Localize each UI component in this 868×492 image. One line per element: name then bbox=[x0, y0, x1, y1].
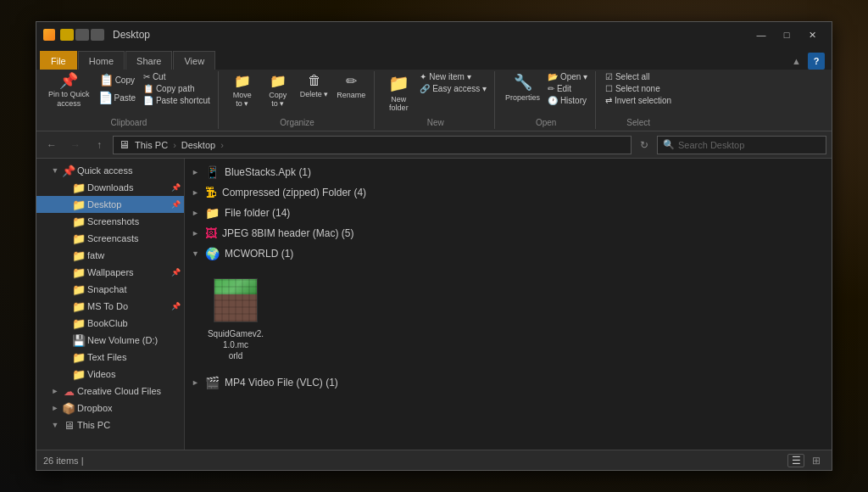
sidebar-item-downloads[interactable]: 📁 Downloads 📌 bbox=[36, 179, 184, 196]
list-item[interactable]: SquidGamev2.1.0.mcorld bbox=[202, 271, 270, 366]
ribbon-expand-btn[interactable]: ▲ bbox=[788, 54, 804, 68]
sidebar-item-mstodo[interactable]: 📁 MS To Do 📌 bbox=[36, 298, 184, 315]
fatw-icon: 📁 bbox=[72, 249, 86, 261]
thispc-arrow: ▼ bbox=[50, 420, 60, 430]
creative-cloud-arrow: ► bbox=[50, 386, 60, 396]
mstodo-pin: 📌 bbox=[171, 302, 181, 310]
mstodo-icon: 📁 bbox=[72, 300, 86, 312]
close-button[interactable]: ✕ bbox=[799, 22, 825, 48]
cut-button[interactable]: ✂ Cut bbox=[141, 71, 213, 82]
newvolume-label: New Volume (D:) bbox=[87, 335, 181, 345]
sidebar-item-bookclub[interactable]: 📁 BookClub bbox=[36, 315, 184, 332]
sidebar-item-creative-cloud[interactable]: ► ☁ Creative Cloud Files bbox=[36, 383, 184, 400]
file-group-header-mcworld[interactable]: ▼ 🌍 MCWORLD (1) bbox=[185, 243, 832, 264]
quick-access-label: Quick access bbox=[77, 165, 181, 176]
new-item-button[interactable]: ✦ New item ▾ bbox=[417, 71, 489, 82]
sidebar-item-dropbox[interactable]: ► 📦 Dropbox bbox=[36, 400, 184, 417]
file-area: ► 📱 BlueStacks.Apk (1) ► 🗜 Compressed (z… bbox=[185, 159, 832, 450]
up-button[interactable]: ↑ bbox=[89, 135, 109, 155]
quick-access-arrow: ▼ bbox=[50, 165, 60, 176]
clipboard-label: Clipboard bbox=[111, 118, 147, 129]
quick-btn-3[interactable] bbox=[91, 29, 104, 41]
open-button[interactable]: 📂 Open ▾ bbox=[545, 71, 590, 82]
back-button[interactable]: ← bbox=[42, 135, 62, 155]
refresh-button[interactable]: ↻ bbox=[635, 136, 654, 154]
quick-btn-1[interactable] bbox=[60, 29, 74, 41]
new-folder-button[interactable]: 📁 Newfolder bbox=[381, 71, 415, 114]
tab-file[interactable]: File bbox=[40, 51, 77, 70]
select-none-button[interactable]: ☐ Select none bbox=[603, 83, 674, 94]
file-group-bluestacks: ► 📱 BlueStacks.Apk (1) bbox=[185, 162, 832, 182]
desktop-arrow bbox=[60, 199, 70, 210]
window-controls: — □ ✕ bbox=[748, 22, 825, 48]
open-group: 📂 Open ▾ ✏ Edit 🕐 History bbox=[545, 71, 590, 106]
sidebar-item-quick-access[interactable]: ▼ 📌 Quick access bbox=[36, 162, 184, 179]
explorer-window: Desktop — □ ✕ File Home Share View ▲ bbox=[36, 21, 832, 471]
sidebar-item-thispc[interactable]: ▼ 🖥 This PC bbox=[36, 417, 184, 433]
delete-button[interactable]: 🗑 Delete ▾ bbox=[297, 71, 332, 100]
details-view-button[interactable]: ☰ bbox=[787, 454, 804, 467]
title-bar-quick-buttons bbox=[60, 29, 104, 41]
file-group-header-jpeg[interactable]: ► 🖼 JPEG 8BIM header (Mac) (5) bbox=[185, 223, 832, 243]
sidebar-item-desktop[interactable]: 📁 Desktop 📌 bbox=[36, 196, 184, 213]
copy-path-button[interactable]: 📋 Copy path bbox=[141, 83, 213, 94]
breadcrumb-thispc[interactable]: This PC bbox=[135, 140, 168, 150]
screencasts-arrow bbox=[60, 233, 70, 243]
address-path[interactable]: 🖥 This PC › Desktop › bbox=[113, 136, 632, 154]
folders-expand-arrow: ► bbox=[192, 209, 200, 217]
tab-view[interactable]: View bbox=[173, 51, 215, 70]
downloads-icon: 📁 bbox=[72, 182, 86, 193]
file-group-mp4: ► 🎬 MP4 Video File (VLC) (1) bbox=[185, 372, 832, 393]
status-view-icons: ☰ ⊞ bbox=[787, 454, 825, 467]
select-all-button[interactable]: ☑ Select all bbox=[603, 71, 674, 82]
sidebar-item-newvolume[interactable]: 💾 New Volume (D:) bbox=[36, 332, 184, 349]
creative-cloud-label: Creative Cloud Files bbox=[77, 386, 181, 396]
rename-button[interactable]: ✏ Rename bbox=[333, 71, 369, 101]
bluestacks-label: BlueStacks.Apk (1) bbox=[225, 166, 311, 178]
forward-button[interactable]: → bbox=[65, 135, 86, 155]
sidebar-item-videos[interactable]: 📁 Videos bbox=[36, 366, 184, 383]
pin-to-quick-access-button[interactable]: 📌 Pin to Quickaccess bbox=[45, 71, 93, 110]
maximize-button[interactable]: □ bbox=[774, 22, 799, 48]
sidebar-item-fatw[interactable]: 📁 fatw bbox=[36, 247, 184, 264]
file-group-header-compressed[interactable]: ► 🗜 Compressed (zipped) Folder (4) bbox=[185, 182, 832, 203]
fatw-arrow bbox=[60, 250, 70, 260]
properties-button[interactable]: 🔧 Properties bbox=[502, 71, 543, 103]
bookclub-label: BookClub bbox=[87, 318, 181, 328]
history-button[interactable]: 🕐 History bbox=[545, 95, 590, 106]
tab-share[interactable]: Share bbox=[125, 51, 172, 70]
main-content: ▼ 📌 Quick access 📁 Downloads 📌 📁 Desktop… bbox=[36, 159, 832, 450]
quick-btn-2[interactable] bbox=[75, 29, 89, 41]
mstodo-label: MS To Do bbox=[87, 301, 170, 311]
sidebar-item-screencasts[interactable]: 📁 Screencasts bbox=[36, 230, 184, 247]
paste-button[interactable]: 📄 Paste bbox=[95, 89, 140, 106]
sidebar-item-screenshots[interactable]: 📁 Screenshots bbox=[36, 213, 184, 230]
search-box[interactable]: 🔍 Search Desktop bbox=[657, 136, 826, 154]
file-group-header-mp4[interactable]: ► 🎬 MP4 Video File (VLC) (1) bbox=[185, 372, 832, 393]
breadcrumb-desktop[interactable]: Desktop bbox=[181, 140, 215, 150]
sidebar-item-snapchat[interactable]: 📁 Snapchat bbox=[36, 281, 184, 298]
new-items: 📁 Newfolder ✦ New item ▾ 🔗 Easy access ▾ bbox=[381, 71, 489, 118]
sidebar-item-textfiles[interactable]: 📁 Text Files bbox=[36, 349, 184, 366]
copy-to-button[interactable]: 📁 Copyto ▾ bbox=[261, 71, 295, 109]
jpeg-expand-arrow: ► bbox=[192, 229, 200, 238]
minimize-button[interactable]: — bbox=[748, 22, 774, 48]
file-group-header-bluestacks[interactable]: ► 📱 BlueStacks.Apk (1) bbox=[185, 162, 832, 182]
easy-access-button[interactable]: 🔗 Easy access ▾ bbox=[417, 83, 489, 94]
videos-arrow bbox=[60, 369, 70, 379]
file-group-header-folders[interactable]: ► 📁 File folder (14) bbox=[185, 203, 832, 223]
tab-home[interactable]: Home bbox=[78, 51, 125, 70]
zip-icon: 🗜 bbox=[205, 186, 217, 199]
invert-selection-button[interactable]: ⇄ Invert selection bbox=[603, 95, 674, 106]
downloads-pin: 📌 bbox=[171, 183, 181, 192]
move-to-button[interactable]: 📁 Moveto ▾ bbox=[225, 71, 259, 109]
paste-shortcut-button[interactable]: 📄 Paste shortcut bbox=[141, 95, 213, 106]
wallpapers-icon: 📁 bbox=[72, 266, 86, 278]
help-button[interactable]: ? bbox=[808, 53, 825, 70]
sidebar-item-wallpapers[interactable]: 📁 Wallpapers 📌 bbox=[36, 264, 184, 281]
large-icons-view-button[interactable]: ⊞ bbox=[808, 454, 825, 467]
apk-icon: 📱 bbox=[205, 165, 220, 179]
copy-button[interactable]: 📋 Copy bbox=[95, 71, 140, 88]
edit-button[interactable]: ✏ Edit bbox=[545, 83, 590, 94]
address-bar: ← → ↑ 🖥 This PC › Desktop › ↻ 🔍 Search D… bbox=[36, 131, 832, 159]
